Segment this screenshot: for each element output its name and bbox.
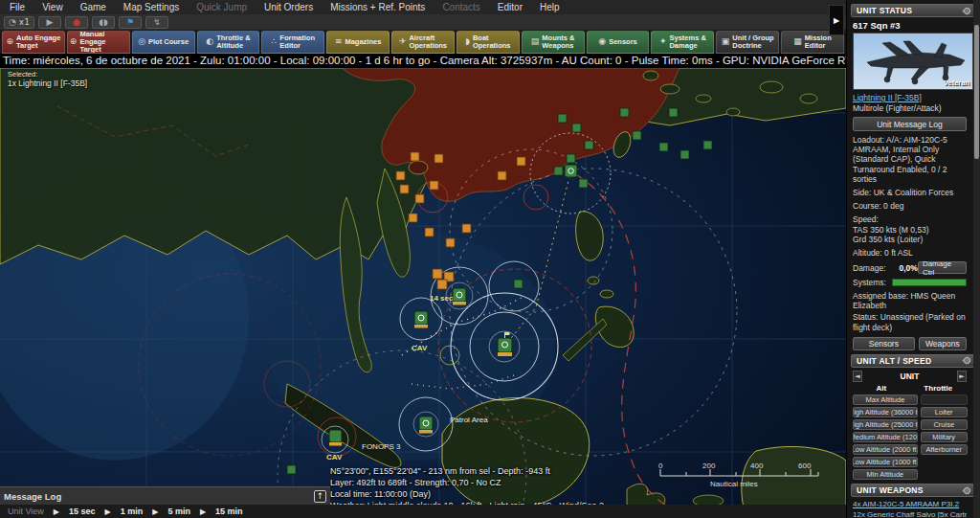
menu-file[interactable]: File [10,2,25,12]
speed-grd: Grd 350 kts (Loiter) [853,235,967,244]
svg-text:Nautical miles: Nautical miles [710,480,758,488]
throttle-cruise-button[interactable]: Cruise [921,419,968,431]
formation-editor-button[interactable]: ∴Formation Editor [261,31,324,54]
aircraft-icon: ✈ [399,37,407,47]
flag-icon: ⚑ [126,17,134,27]
menu-quick-jump: Quick Jump [196,2,247,12]
record-button[interactable]: ● [65,16,88,29]
unit-name: 617 Sqn #3 [853,20,967,31]
record-icon: ● [73,17,80,27]
sensors-toolbar-button[interactable]: ◉Sensors [587,31,650,54]
step-15sec-button[interactable]: 15 sec [69,507,96,516]
flag-button[interactable]: ⚑ [119,16,142,29]
menu-map-settings[interactable]: Map Settings [123,2,179,12]
area-label-patrol: Patrol Area [450,416,488,424]
message-log-bar[interactable]: Message Log ↑ [0,486,330,505]
unit-alt-speed-title: UNIT ALT / SPEED [857,356,931,366]
min-altitude-button[interactable]: Min Altitude [853,469,918,481]
quickbar: ◔ x1 ▶ ● ◖◗ ⚑ ↯ [0,14,846,30]
map-canvas[interactable]: 14 sec CAV CAV FONOPS 3 Patrol Area 0 20… [0,68,846,518]
high-altitude-36000-button[interactable]: High Altitude (36000 ft) [853,407,918,418]
step-5min-button[interactable]: 5 min [167,507,190,516]
unit-photo: Veteran [853,33,973,90]
next-unit-button[interactable]: ► [957,371,967,382]
toolbar: ⊕Auto Engage Target ⊕Manual Engage Targe… [0,30,846,54]
menu-unit-orders[interactable]: Unit Orders [264,2,313,12]
command-modern-operations-window: File View Game Map Settings Quick Jump U… [0,0,980,518]
magazines-icon: ≡ [335,37,343,47]
panel-collapse-button[interactable]: ▶ [829,5,844,35]
max-altitude-button[interactable]: Max Altitude [853,394,918,406]
weapons-button[interactable]: Weapons [919,337,967,350]
unit-label-cav: CAV [412,344,428,352]
sensors-button[interactable]: Sensors [853,337,915,350]
unit-group-doctrine-button[interactable]: ▣Unit / Group Doctrine [716,31,779,54]
sensor-icon: ◉ [598,37,606,47]
pin-icon[interactable] [963,6,972,15]
crosshair-icon: ⊕ [70,37,78,47]
step-15min-button[interactable]: 15 min [215,507,243,516]
map-viewport[interactable]: 14 sec CAV CAV FONOPS 3 Patrol Area 0 20… [0,54,846,518]
time-compression-button[interactable]: ◔ x1 [4,16,34,29]
weapon-link-amraam[interactable]: 4x AIM-120C-5 AMRAAM P3I.2 [853,500,967,510]
pulse-button[interactable]: ↯ [145,16,168,29]
manual-engage-target-button[interactable]: ⊕Manual Engage Target [67,31,130,54]
speed-block: Speed: TAS 350 kts (M 0,53) Grd 350 kts … [853,214,967,244]
menu-missions-ref-points[interactable]: Missions + Ref. Points [330,2,425,12]
selected-value: 1x Lightning II [F-35B] [8,79,87,88]
altitude-text: Altitude: 0 ft ASL [853,248,967,258]
svg-text:600: 600 [798,462,812,470]
prev-unit-button[interactable]: ◄ [853,371,862,382]
throttle-afterburner-button[interactable]: Afterburner [921,444,968,456]
systems-label: Systems: [853,278,886,287]
speed-label: Speed: [853,214,967,224]
menu-game[interactable]: Game [80,2,106,12]
play-step-icon: ▶ [200,507,206,516]
step-1min-button[interactable]: 1 min [121,507,144,516]
pin-icon[interactable] [963,485,972,495]
medium-altitude-button[interactable]: Medium Altitude (1200 [853,432,918,443]
aircraft-operations-button[interactable]: ✈Aircraft Operations [391,31,455,54]
damage-ctrl-button[interactable]: Damage Ctrl [918,261,967,274]
speed-tas: TAS 350 kts (M 0,53) [853,225,967,235]
sonar-layer-line: Layer: 492ft to 689ft - Strength: 0,70 -… [330,477,604,488]
unit-status-header[interactable]: UNIT STATUS [851,4,976,17]
scrollbar-thumb[interactable] [974,25,979,159]
menu-view[interactable]: View [42,2,63,12]
auto-engage-target-button[interactable]: ⊕Auto Engage Target [2,31,65,54]
panel-scrollbar[interactable] [973,0,980,518]
systems-damage-button[interactable]: ✦Systems & Damage [651,31,714,54]
svg-text:400: 400 [750,462,764,470]
unit-db-link[interactable]: Lightning II [F-35B] [853,93,967,102]
unit-weapons-header[interactable]: UNIT WEAPONS [851,484,976,497]
low-altitude-2000-button[interactable]: Low Altitude (2000 ft) [853,444,918,456]
unit-alt-speed-header[interactable]: UNIT ALT / SPEED [851,354,976,368]
unit-message-log-button[interactable]: Unit Message Log [853,117,967,131]
throttle-altitude-button[interactable]: ◐Throttle & Altitude [197,31,260,54]
throttle-military-button[interactable]: Military [921,432,968,443]
play-step-icon: ▶ [54,507,59,516]
boat-operations-button[interactable]: ◗Boat Operations [457,31,520,54]
assigned-base-text: Assigned base: HMS Queen Elizabeth [853,291,967,310]
cursor-position-line: N5°23'00", E155°22'04" - 213 nm from sel… [330,465,604,477]
course-text: Course: 0 deg [853,201,967,211]
svg-text:200: 200 [702,462,716,470]
menu-help[interactable]: Help [540,2,560,12]
high-altitude-25000-button[interactable]: High Altitude (25000 ft) [853,419,918,431]
magazines-button[interactable]: ≡Magazines [326,31,390,54]
menu-editor[interactable]: Editor [498,2,523,12]
low-altitude-1000-button[interactable]: Low Altitude (1000 ft) [853,457,918,468]
refpoint-label-fonops: FONOPS 3 [362,442,401,451]
selected-label: Selected: [8,70,87,79]
plot-course-button[interactable]: ◎Plot Course [132,31,195,54]
systems-health-bar [892,279,967,286]
weapon-link-chaff[interactable]: 12x Generic Chaff Salvo [5x Cartridges] [853,510,967,518]
mounts-icon: ▤ [531,37,540,47]
play-button[interactable]: ▶ [38,16,61,29]
mounts-weapons-button[interactable]: ▤Mounts & Weapons [522,31,585,54]
throttle-loiter-button[interactable]: Loiter [921,407,968,418]
map-dome-button[interactable]: ◖◗ [92,16,115,29]
unit-role: Multirole (Fighter/Attack) [853,103,967,113]
expand-log-icon[interactable]: ↑ [314,490,326,503]
pin-icon[interactable] [963,356,972,366]
